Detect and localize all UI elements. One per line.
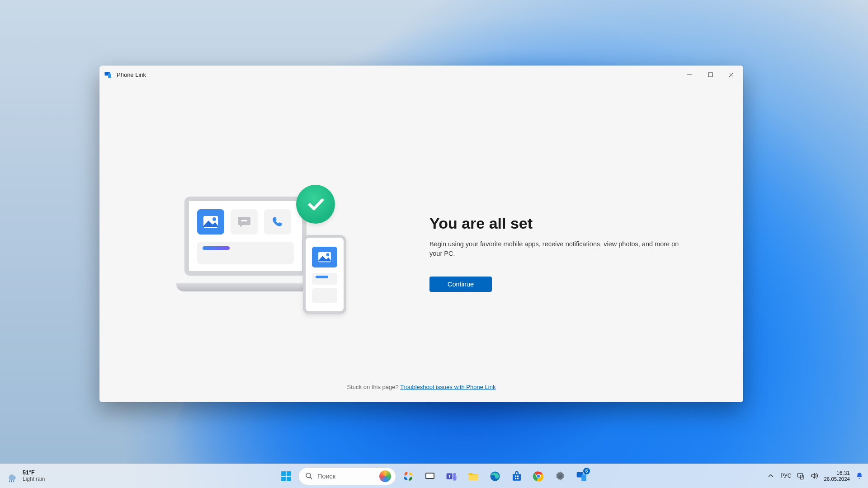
svg-rect-10 [287,471,291,476]
search-icon [305,472,313,480]
titlebar[interactable]: Phone Link [99,66,743,84]
success-checkmark-icon [296,185,335,224]
taskbar-settings[interactable] [551,467,570,486]
maximize-button[interactable] [700,67,721,82]
desktop: Phone Link [0,0,868,488]
window-controls [679,67,741,82]
svg-rect-9 [281,471,286,476]
svg-rect-12 [287,477,291,481]
footer-prompt: Stuck on this page? [347,384,401,390]
window-content: You are all set Begin using your favorit… [99,84,743,402]
troubleshoot-link[interactable]: Troubleshoot issues with Phone Link [400,384,495,390]
svg-rect-22 [515,478,516,479]
search-highlight-icon [379,470,391,482]
svg-rect-15 [426,474,434,478]
language-indicator[interactable]: РУС [780,473,791,479]
svg-rect-23 [517,478,519,479]
taskbar-teams[interactable]: T [442,467,461,486]
svg-rect-11 [281,477,286,481]
taskbar-search[interactable]: Поиск [298,467,396,485]
taskbar-task-view[interactable] [420,467,439,486]
phone-link-app-icon [104,70,112,79]
start-button[interactable] [277,467,296,486]
phone-link-badge: 6 [583,468,590,474]
svg-rect-1 [108,74,111,78]
calls-card-icon [264,209,291,235]
taskbar-store[interactable] [507,467,526,486]
svg-rect-20 [515,475,516,477]
svg-point-5 [212,217,216,221]
main-panel: You are all set Begin using your favorit… [429,215,696,292]
taskbar-file-explorer[interactable] [464,467,483,486]
taskbar-clock[interactable]: 16:31 26.05.2024 [824,470,850,482]
phone-photo-icon [312,247,337,267]
setup-complete-illustration [176,188,371,319]
taskbar-phone-link[interactable]: 6 [572,467,591,486]
taskbar-center: Поиск T [277,467,591,486]
onedrive-tray-icon[interactable] [797,472,805,480]
close-button[interactable] [721,67,741,82]
svg-point-18 [453,473,456,476]
minimize-button[interactable] [679,67,700,82]
page-description: Begin using your favorite mobile apps, r… [429,239,687,258]
svg-rect-21 [517,475,519,477]
volume-tray-icon[interactable] [810,472,818,480]
taskbar-copilot[interactable] [399,467,418,486]
svg-point-8 [326,253,329,256]
weather-desc: Light rain [23,476,45,482]
taskbar-right: РУС 16:31 26.05.2024 [767,470,863,482]
footer: Stuck on this page? Troubleshoot issues … [99,384,743,390]
phone-link-window: Phone Link [99,66,743,402]
taskbar-edge[interactable] [486,467,505,486]
notifications-tray-icon[interactable] [855,472,863,480]
svg-rect-2 [708,73,712,77]
taskbar: 51°F Light rain Поиск T [0,464,868,488]
svg-rect-29 [581,474,586,481]
weather-icon [5,470,18,483]
svg-rect-6 [241,220,247,221]
laptop-graphic [176,197,314,291]
taskbar-weather[interactable]: 51°F Light rain [5,470,45,483]
svg-text:T: T [448,474,451,479]
tray-overflow-button[interactable] [767,472,775,480]
continue-button[interactable]: Continue [429,277,492,292]
taskbar-chrome[interactable] [529,467,548,486]
clock-time: 16:31 [824,470,850,476]
window-title: Phone Link [117,71,146,78]
phone-graphic [303,235,346,314]
weather-temp: 51°F [23,470,45,476]
messages-card-icon [231,209,258,235]
progress-graphic [197,242,294,264]
clock-date: 26.05.2024 [824,476,850,482]
search-placeholder: Поиск [317,473,375,480]
photos-card-icon [197,209,224,235]
page-heading: You are all set [429,215,696,232]
